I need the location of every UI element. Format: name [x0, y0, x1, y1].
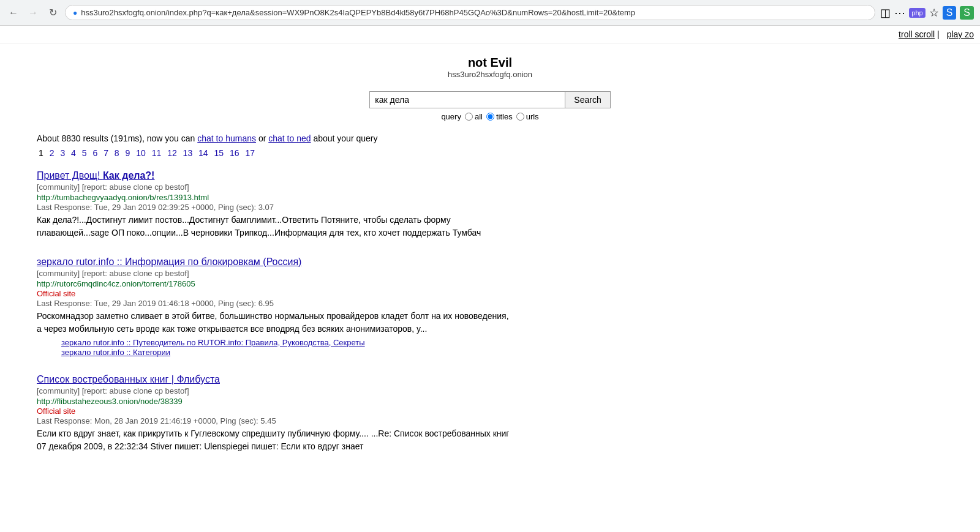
radio-titles-label[interactable]: titles — [486, 112, 513, 121]
search-input[interactable] — [369, 91, 565, 108]
page-link-8[interactable]: 8 — [115, 148, 119, 158]
page-link-7[interactable]: 7 — [104, 148, 108, 158]
page-link-9[interactable]: 9 — [126, 148, 130, 158]
result-item: Привет Двощ! Как дела?! [community] [rep… — [37, 170, 514, 239]
result-snippet: Как дела?!...Достигнут лимит постов...До… — [37, 214, 514, 239]
result-meta: [community] [report: abuse clone cp best… — [37, 269, 514, 278]
radio-urls[interactable] — [516, 113, 524, 121]
result-url: http://rutorc6mqdinc4cz.onion/torrent/17… — [37, 279, 514, 288]
bookmark-icon[interactable]: ☆ — [929, 6, 939, 20]
top-bar-links: troll scroll | play zo — [894, 29, 974, 39]
result-item: Список востребованных книг | Флибуста [c… — [37, 374, 514, 453]
result-title-link[interactable]: Список востребованных книг | Флибуста — [37, 374, 220, 384]
title-plain: Привет Двощ! — [37, 170, 103, 181]
browser-actions: ◫ ⋯ php ☆ S S — [880, 6, 974, 20]
radio-urls-label[interactable]: urls — [516, 112, 539, 121]
page-link-11[interactable]: 11 — [152, 148, 162, 158]
result-url: http://tumbachegvyaadyq.onion/b/res/1391… — [37, 193, 514, 202]
result-meta: [community] [report: abuse clone cp best… — [37, 386, 514, 395]
separator: | — [937, 29, 942, 39]
page-link-6[interactable]: 6 — [92, 148, 97, 158]
result-title-link[interactable]: зеркало rutor.info :: Информация по блок… — [37, 257, 301, 267]
troll-scroll-link[interactable]: troll scroll — [899, 29, 935, 39]
site-url: hss3uro2hsxfogfq.onion — [0, 70, 980, 79]
reload-button[interactable]: ↻ — [45, 6, 60, 20]
result-meta: [community] [report: abuse clone cp best… — [37, 182, 514, 192]
page-link-2[interactable]: 2 — [50, 148, 55, 158]
query-label: query — [441, 112, 461, 121]
result-url: http://flibustahezeous3.onion/node/38339 — [37, 397, 514, 406]
about-text: about your query — [313, 133, 377, 143]
top-bar: troll scroll | play zo — [0, 26, 980, 43]
radio-all[interactable] — [465, 113, 473, 121]
sublink[interactable]: зеркало rutor.info :: Путеводитель по RU… — [61, 338, 514, 347]
result-sublinks: зеркало rutor.info :: Путеводитель по RU… — [61, 338, 514, 357]
search-options: query all titles urls — [0, 112, 980, 121]
page-link-10[interactable]: 10 — [136, 148, 146, 158]
title-plain: Список востребованных книг | Флибуста — [37, 374, 220, 384]
lock-icon: ● — [73, 9, 77, 17]
result-snippet: Роскомнадзор заметно сливает в этой битв… — [37, 310, 514, 335]
page-link-13[interactable]: 13 — [183, 148, 193, 158]
summary-text: About 8830 results (191ms), now you can — [37, 133, 195, 143]
result-item: зеркало rutor.info :: Информация по блок… — [37, 257, 514, 357]
sublink[interactable]: зеркало rutor.info :: Категории — [61, 348, 514, 357]
page-link-1[interactable]: 1 — [39, 148, 43, 158]
result-title-link[interactable]: Привет Двощ! Как дела?! — [37, 170, 154, 181]
page-link-3[interactable]: 3 — [60, 148, 65, 158]
address-bar[interactable]: ● hss3uro2hsxfogfq.onion/index.php?q=как… — [65, 5, 875, 20]
chat-humans-link[interactable]: chat to humans — [197, 133, 256, 143]
site-title: not Evil — [0, 56, 980, 70]
page-link-15[interactable]: 15 — [214, 148, 224, 158]
result-title: зеркало rutor.info :: Информация по блок… — [37, 257, 514, 268]
radio-titles[interactable] — [486, 113, 494, 121]
site-header: not Evil hss3uro2hsxfogfq.onion — [0, 43, 980, 85]
forward-button[interactable]: → — [26, 6, 40, 20]
page-link-14[interactable]: 14 — [198, 148, 208, 158]
result-official: Official site — [37, 289, 514, 298]
radio-all-label[interactable]: all — [465, 112, 483, 121]
page-link-5[interactable]: 5 — [82, 148, 87, 158]
result-ping: Last Response: Tue, 29 Jan 2019 01:46:18… — [37, 299, 514, 308]
profile-icon-alt[interactable]: S — [960, 6, 974, 20]
result-official: Official site — [37, 406, 514, 416]
page-link-12[interactable]: 12 — [167, 148, 177, 158]
page-link-4[interactable]: 4 — [71, 148, 76, 158]
results-area: About 8830 results (191ms), now you can … — [0, 127, 551, 476]
play-zo-link[interactable]: play zo — [947, 29, 974, 39]
php-icon: php — [909, 8, 925, 18]
results-summary: About 8830 results (191ms), now you can … — [37, 133, 514, 143]
result-title: Список востребованных книг | Флибуста — [37, 374, 514, 385]
title-plain: зеркало rutor.info :: Информация по блок… — [37, 257, 301, 267]
page-link-17[interactable]: 17 — [245, 148, 255, 158]
result-ping: Last Response: Mon, 28 Jan 2019 21:46:19… — [37, 416, 514, 425]
result-snippet: Если кто вдруг знает, как прикрутить к Г… — [37, 427, 514, 453]
url-text: hss3uro2hsxfogfq.onion/index.php?q=как+д… — [81, 8, 635, 17]
extensions-icon[interactable]: ◫ — [880, 6, 891, 20]
back-button[interactable]: ← — [6, 6, 21, 20]
profile-icon-s[interactable]: S — [943, 6, 957, 20]
chat-ned-link[interactable]: chat to ned — [268, 133, 311, 143]
title-bold: Как дела?! — [103, 170, 155, 181]
search-form: Search — [369, 91, 610, 108]
menu-icon[interactable]: ⋯ — [894, 6, 905, 20]
page-link-16[interactable]: 16 — [230, 148, 239, 158]
pagination: 1 2 3 4 5 6 7 8 9 10 11 12 13 14 15 16 1… — [37, 148, 514, 158]
search-button[interactable]: Search — [565, 91, 610, 108]
or-text: or — [258, 133, 266, 143]
result-title: Привет Двощ! Как дела?! — [37, 170, 514, 181]
browser-chrome: ← → ↻ ● hss3uro2hsxfogfq.onion/index.php… — [0, 0, 980, 26]
result-ping: Last Response: Tue, 29 Jan 2019 02:39:25… — [37, 203, 514, 212]
search-area: Search query all titles urls — [0, 85, 980, 127]
